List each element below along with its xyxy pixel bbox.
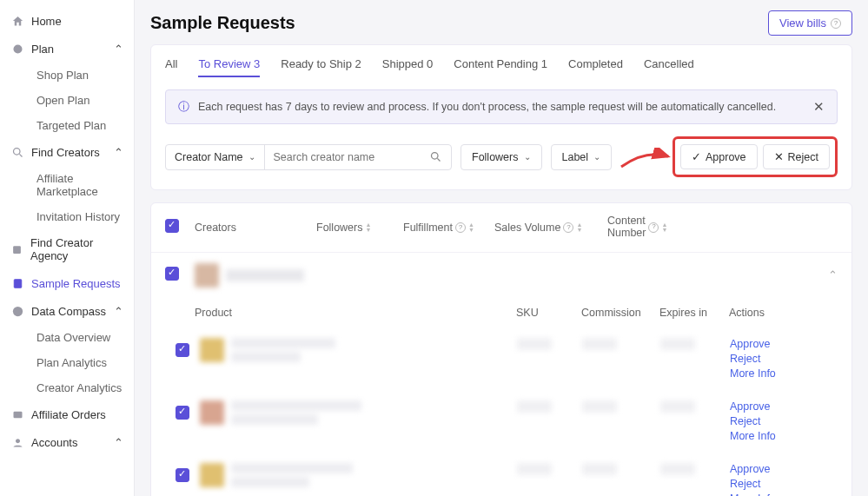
reject-link[interactable]: Reject	[730, 478, 808, 490]
sidebar-item-targeted-plan[interactable]: Targeted Plan	[26, 113, 134, 138]
more-info-link[interactable]: More Info	[730, 367, 808, 380]
bulk-actions-highlight: ✓ Approve ✕ Reject	[673, 136, 838, 177]
creator-row: ⌃	[151, 253, 851, 298]
sidebar-item-creator-analytics[interactable]: Creator Analytics	[26, 375, 134, 400]
th-creators[interactable]: Creators	[195, 222, 316, 234]
sidebar-item-shop-plan[interactable]: Shop Plan	[26, 63, 134, 88]
product-thumb	[200, 338, 224, 362]
sidebar-item-marketplace[interactable]: Affiliate Marketplace	[26, 166, 134, 204]
sidebar-item-plan[interactable]: Plan ⌃	[0, 35, 134, 63]
requests-icon	[10, 276, 24, 290]
th-content-number[interactable]: Content Number?▲▼	[607, 215, 686, 240]
chevron-down-icon: ⌄	[524, 152, 531, 162]
reject-link[interactable]: Reject	[730, 415, 808, 427]
sidebar-item-home[interactable]: Home	[0, 7, 134, 35]
chevron-down-icon: ⌄	[248, 152, 255, 162]
product-row: Approve Reject More Info	[151, 390, 851, 453]
search-icon[interactable]	[421, 145, 451, 169]
tabs: All To Review 3 Ready to Ship 2 Shipped …	[165, 57, 838, 77]
home-icon	[10, 14, 24, 28]
sidebar-label: Affiliate Orders	[31, 408, 106, 421]
chevron-down-icon: ⌄	[593, 152, 600, 162]
notice-banner: ⓘ Each request has 7 days to review and …	[165, 89, 838, 124]
sort-icon: ▲▼	[661, 222, 667, 233]
label-filter[interactable]: Label ⌄	[551, 144, 613, 170]
chevron-up-icon: ⌃	[114, 305, 123, 318]
product-thumb	[200, 463, 224, 487]
sidebar-fc-sub: Affiliate Marketplace Invitation History	[0, 166, 134, 229]
sh-commission: Commission	[581, 307, 659, 319]
svg-point-4	[12, 306, 22, 315]
followers-filter[interactable]: Followers ⌄	[461, 144, 542, 170]
product-row: Approve Reject More Info	[151, 327, 851, 390]
row-checkbox[interactable]	[176, 343, 189, 357]
chevron-up-icon: ⌃	[114, 146, 123, 159]
check-icon: ✓	[692, 150, 701, 163]
sidebar: Home Plan ⌃ Shop Plan Open Plan Targeted…	[0, 0, 135, 496]
svg-rect-2	[13, 246, 21, 254]
sidebar-item-invitation[interactable]: Invitation History	[26, 204, 134, 229]
arrow-annotation-icon	[620, 148, 672, 174]
row-checkbox[interactable]	[165, 267, 179, 281]
th-followers[interactable]: Followers▲▼	[316, 222, 403, 234]
svg-point-6	[16, 439, 20, 443]
sidebar-label: Sample Requests	[31, 277, 121, 290]
tab-ready-to-ship[interactable]: Ready to Ship 2	[281, 57, 361, 77]
reject-link[interactable]: Reject	[730, 353, 808, 365]
sidebar-item-accounts[interactable]: Accounts ⌃	[0, 428, 134, 456]
search-input[interactable]	[265, 145, 421, 169]
sidebar-label: Accounts	[31, 436, 77, 449]
tab-completed[interactable]: Completed	[568, 57, 623, 77]
sh-product: Product	[195, 307, 516, 319]
approve-button[interactable]: ✓ Approve	[680, 144, 758, 169]
sidebar-item-plan-analytics[interactable]: Plan Analytics	[26, 350, 134, 375]
main-content: Sample Requests View bills ? All To Revi…	[135, 0, 868, 496]
tab-all[interactable]: All	[165, 57, 177, 77]
tab-content-pending[interactable]: Content Pending 1	[454, 57, 547, 77]
row-checkbox[interactable]	[176, 406, 189, 420]
sidebar-label: Home	[31, 15, 62, 28]
help-icon: ?	[563, 222, 573, 233]
approve-link[interactable]: Approve	[730, 400, 808, 413]
sidebar-item-data-overview[interactable]: Data Overview	[26, 325, 134, 350]
search-type-select[interactable]: Creator Name ⌄	[166, 145, 265, 169]
compass-icon	[10, 304, 24, 318]
creator-cell	[195, 263, 304, 288]
sidebar-dc-sub: Data Overview Plan Analytics Creator Ana…	[0, 325, 134, 400]
row-actions: Approve Reject More Info	[730, 463, 808, 497]
tab-shipped[interactable]: Shipped 0	[382, 57, 434, 77]
product-cell	[200, 463, 517, 487]
approve-link[interactable]: Approve	[730, 463, 808, 475]
view-bills-button[interactable]: View bills ?	[768, 10, 852, 36]
help-icon: ?	[648, 222, 659, 233]
select-all-checkbox[interactable]	[165, 219, 179, 233]
sidebar-label: Data Compass	[31, 305, 106, 318]
help-icon: ?	[455, 222, 466, 233]
sh-actions: Actions	[729, 307, 798, 319]
sidebar-item-data-compass[interactable]: Data Compass ⌃	[0, 297, 134, 325]
row-checkbox[interactable]	[176, 468, 189, 482]
subtable-head: Product SKU Commission Expires in Action…	[151, 298, 851, 327]
table-head: Creators Followers▲▼ Fulfillment?▲▼ Sale…	[151, 203, 851, 253]
sidebar-item-open-plan[interactable]: Open Plan	[26, 88, 134, 113]
sidebar-item-find-agency[interactable]: Find Creator Agency	[0, 229, 134, 269]
svg-rect-5	[13, 411, 22, 418]
more-info-link[interactable]: More Info	[730, 430, 808, 442]
avatar	[195, 263, 219, 288]
approve-link[interactable]: Approve	[730, 338, 808, 350]
close-icon[interactable]: ✕	[813, 99, 825, 115]
sidebar-item-affiliate-orders[interactable]: Affiliate Orders	[0, 400, 134, 428]
sh-expires: Expires in	[659, 307, 729, 319]
tab-to-review[interactable]: To Review 3	[198, 57, 260, 77]
chevron-up-icon[interactable]: ⌃	[828, 268, 838, 281]
more-info-link[interactable]: More Info	[730, 493, 808, 497]
th-sales-volume[interactable]: Sales Volume?▲▼	[494, 222, 607, 234]
sidebar-item-sample-requests[interactable]: Sample Requests	[0, 269, 134, 297]
info-icon: ⓘ	[178, 100, 189, 115]
svg-rect-3	[14, 279, 22, 288]
reject-button[interactable]: ✕ Reject	[763, 144, 830, 169]
th-fulfillment[interactable]: Fulfillment?▲▼	[403, 222, 494, 234]
help-icon: ?	[831, 18, 841, 29]
tab-cancelled[interactable]: Cancelled	[644, 57, 694, 77]
sidebar-item-find-creators[interactable]: Find Creators ⌃	[0, 138, 134, 166]
